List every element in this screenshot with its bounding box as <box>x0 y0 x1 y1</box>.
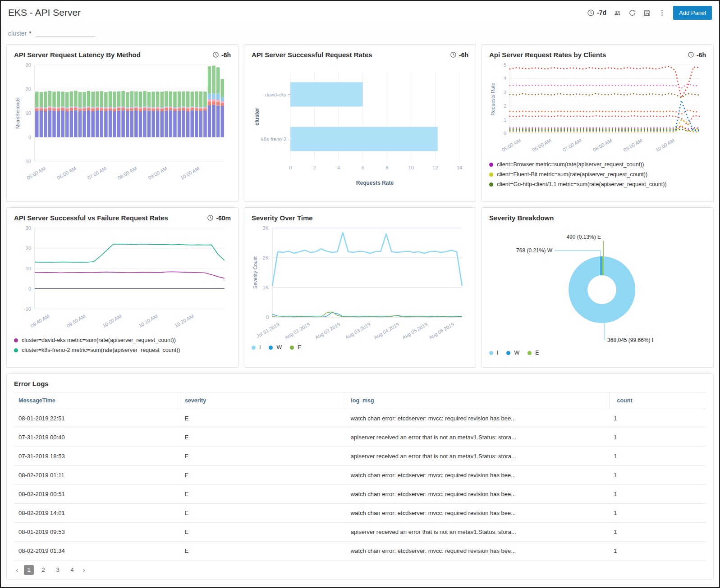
panel-time-range[interactable]: -6h <box>688 51 706 59</box>
svg-text:20: 20 <box>26 87 31 92</box>
svg-text:05:00 AM: 05:00 AM <box>501 137 522 153</box>
table-row[interactable]: 08-02-2019 00:51Ewatch chan error: etcds… <box>14 485 706 504</box>
time-range-label: -6h <box>459 51 468 59</box>
severity-over-time-chart[interactable]: 01K2K3KJul 31 2019Aug 01 2019Aug 02 2019… <box>252 223 468 342</box>
svg-text:09:00 AM: 09:00 AM <box>622 137 643 153</box>
table-row[interactable]: 07-31-2019 18:53Eapiserver received an e… <box>14 447 706 466</box>
required-marker: * <box>29 30 31 37</box>
table-row[interactable]: 08-02-2019 14:01Ewatch chan error: etcds… <box>14 504 706 523</box>
cluster-filter-input[interactable] <box>36 29 95 37</box>
legend-item[interactable]: client=Fluent-Bit metric=sum(rate(apiser… <box>489 171 706 178</box>
page-1[interactable]: 1 <box>24 565 34 575</box>
panel-title: Error Logs <box>14 380 49 387</box>
legend-item[interactable]: W <box>506 350 519 356</box>
svg-text:10:00 AM: 10:00 AM <box>655 137 675 153</box>
svg-text:0: 0 <box>28 135 31 140</box>
error-logs-body: 08-01-2019 22:51Ewatch chan error: etcds… <box>14 409 706 561</box>
panel-latency-by-method: API Server Request Latency By Method -6h… <box>6 44 238 202</box>
legend-item[interactable]: client=Go-http-client/1.1 metric=sum(rat… <box>489 181 706 187</box>
chevron-left-icon[interactable]: ‹ <box>16 565 18 574</box>
refresh-icon[interactable] <box>628 9 636 17</box>
svg-text:Aug 02 2019: Aug 02 2019 <box>314 321 341 340</box>
legend-item[interactable]: E <box>290 344 301 351</box>
svg-text:6: 6 <box>362 165 364 170</box>
svg-text:2: 2 <box>313 165 316 170</box>
panel-time-range[interactable]: -6h <box>212 51 231 59</box>
panel-time-range[interactable]: -60m <box>207 214 231 222</box>
panel-time-range[interactable]: -6h <box>450 51 468 59</box>
svg-text:MicroSeconds: MicroSeconds <box>15 97 20 129</box>
svg-text:10:00 AM: 10:00 AM <box>179 165 200 181</box>
panel-error-logs: Error Logs MessageTime severity log_msg … <box>6 373 714 579</box>
table-cell-_count: 1 <box>609 523 706 542</box>
panel-title: API Server Request Latency By Method <box>14 51 141 59</box>
request-rates-by-clients-chart[interactable]: 01234505:00 AM06:00 AM07:00 AM08:00 AM09… <box>489 59 706 158</box>
page-4[interactable]: 4 <box>67 565 77 575</box>
successful-vs-failure-chart[interactable]: -10010203009:40 AM09:50 AM10:00 AM10:10 … <box>14 223 231 333</box>
svg-text:09:00 AM: 09:00 AM <box>147 165 168 181</box>
table-row[interactable]: 08-01-2019 22:51Ewatch chan error: etcds… <box>14 409 706 428</box>
panel-title: Api Server Request Rates by Clients <box>489 51 606 59</box>
table-cell-MessageTime: 08-02-2019 01:34 <box>14 542 180 561</box>
svg-text:09:40 AM: 09:40 AM <box>29 313 50 328</box>
svg-text:3: 3 <box>504 90 506 95</box>
column-header-count[interactable]: _count <box>609 392 706 409</box>
legend-item[interactable]: client=Browser metric=sum(rate(apiserver… <box>489 161 706 168</box>
legend-item[interactable]: cluster=k8s-freno-2 metric=sum(rate(apis… <box>14 347 231 353</box>
legend-label: cluster=david-eks metric=sum(rate(apiser… <box>22 337 176 343</box>
legend-item[interactable]: E <box>527 350 539 356</box>
chevron-right-icon[interactable]: › <box>83 565 85 574</box>
table-cell-severity: E <box>180 466 346 485</box>
column-header-log-msg[interactable]: log_msg <box>346 392 609 409</box>
svg-text:1K: 1K <box>263 285 269 290</box>
table-cell-_count: 1 <box>609 504 706 523</box>
legend-dot <box>290 346 294 350</box>
svg-text:Aug 05 2019: Aug 05 2019 <box>401 321 428 340</box>
save-icon[interactable] <box>643 9 651 17</box>
kebab-menu-icon[interactable] <box>658 9 666 17</box>
dashboard-time-range[interactable]: -7d <box>587 9 606 17</box>
table-row[interactable]: 07-31-2019 00:40Eapiserver received an e… <box>14 428 706 447</box>
clock-icon <box>207 214 214 221</box>
share-users-icon[interactable] <box>614 9 621 17</box>
svg-text:07:00 AM: 07:00 AM <box>87 165 107 181</box>
table-row[interactable]: 08-02-2019 01:11Ewatch chan error: etcds… <box>14 466 706 485</box>
table-row[interactable]: 08-01-2019 09:53Eapiserver received an e… <box>14 523 706 542</box>
severity-breakdown-donut[interactable]: 490 (0.13%) E768 (0.21%) W368,045 (99.66… <box>489 223 706 347</box>
legend-item[interactable]: I <box>489 350 498 356</box>
dashboard-body: API Server Request Latency By Method -6h… <box>1 44 719 585</box>
legend-item[interactable]: W <box>269 344 282 351</box>
column-header-severity[interactable]: severity <box>180 392 346 409</box>
add-panel-button[interactable]: Add Panel <box>673 6 712 20</box>
latency-by-method-chart[interactable]: -10010203005:00 AM06:00 AM07:00 AM08:00 … <box>14 59 231 186</box>
legend-label: cluster=k8s-freno-2 metric=sum(rate(apis… <box>22 347 180 353</box>
svg-text:8: 8 <box>385 165 388 170</box>
panel-title: Severity Over Time <box>252 214 313 222</box>
svg-text:Requests Rate: Requests Rate <box>490 83 495 116</box>
svg-text:08:00 AM: 08:00 AM <box>117 165 138 181</box>
legend-label: client=Fluent-Bit metric=sum(rate(apiser… <box>497 171 647 178</box>
table-cell-_count: 1 <box>609 447 706 466</box>
svg-text:0: 0 <box>504 131 506 136</box>
svg-text:cluster: cluster <box>254 108 260 126</box>
page-3[interactable]: 3 <box>53 565 63 575</box>
svg-text:david-eks: david-eks <box>265 92 287 97</box>
svg-text:2: 2 <box>504 103 506 109</box>
svg-text:05:00 AM: 05:00 AM <box>26 165 46 181</box>
table-cell-MessageTime: 08-01-2019 22:51 <box>14 409 180 428</box>
svg-text:368,045 (99.66%) I: 368,045 (99.66%) I <box>607 337 653 343</box>
successful-request-rates-chart[interactable]: 02468101214david-eksk8s-freno-2Requests … <box>252 59 468 191</box>
legend-dot <box>489 351 493 355</box>
legend-item[interactable]: I <box>252 344 261 351</box>
svg-text:Aug 06 2019: Aug 06 2019 <box>428 321 455 340</box>
column-header-messagetime[interactable]: MessageTime <box>14 392 180 409</box>
page-2[interactable]: 2 <box>38 565 48 575</box>
svg-text:0: 0 <box>266 315 269 320</box>
breakdown-legend: IWE <box>489 350 706 356</box>
table-cell-MessageTime: 08-02-2019 14:01 <box>14 504 180 523</box>
filter-bar: cluster * <box>1 24 719 44</box>
table-cell-MessageTime: 08-02-2019 01:11 <box>14 466 180 485</box>
legend-item[interactable]: cluster=david-eks metric=sum(rate(apiser… <box>14 337 231 343</box>
table-row[interactable]: 08-02-2019 01:34Ewatch chan error: etcds… <box>14 542 706 561</box>
legend-dot <box>14 348 18 352</box>
